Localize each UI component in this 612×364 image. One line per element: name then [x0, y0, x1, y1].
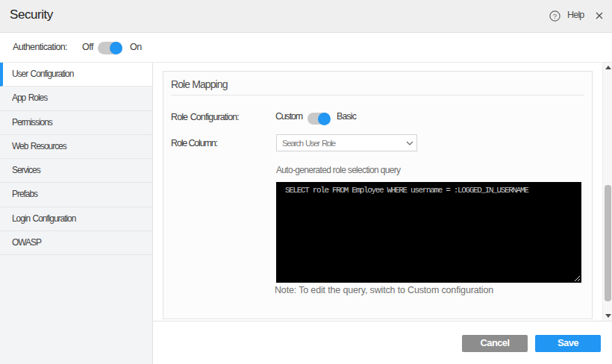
svg-text:?: ? [553, 12, 557, 20]
